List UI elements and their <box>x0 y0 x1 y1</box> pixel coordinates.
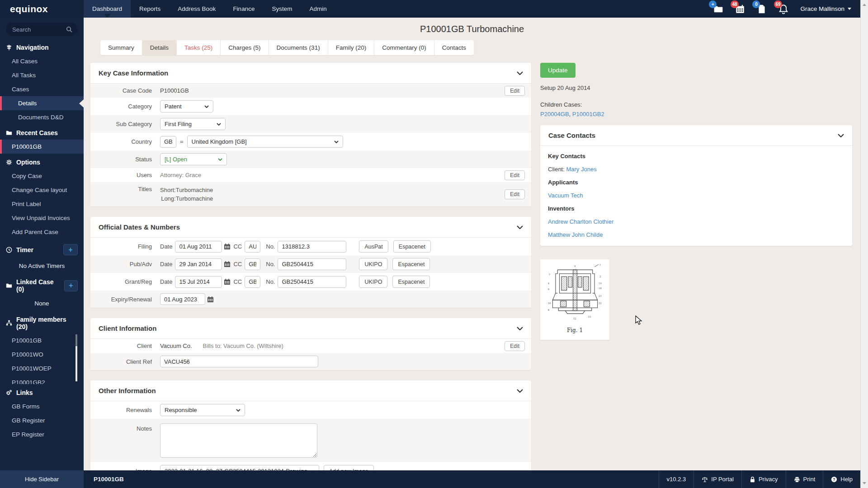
sidebar-item-all-tasks[interactable]: All Tasks <box>0 68 84 82</box>
key-case-information-header[interactable]: Key Case Information <box>90 63 531 84</box>
tab-documents[interactable]: Documents (31) <box>269 40 328 55</box>
sidebar-item-view-unpaid-invoices[interactable]: View Unpaid Invoices <box>0 211 84 225</box>
add-linked-case-button[interactable]: + <box>64 280 78 291</box>
case-contacts-header[interactable]: Case Contacts <box>540 125 852 146</box>
sidebar-item-documents-dnd[interactable]: Documents D&D <box>0 110 84 124</box>
inventor-link[interactable]: Matthew John Childe <box>548 231 603 238</box>
documents-button[interactable]: 0 <box>757 4 767 14</box>
chevron-down-icon[interactable] <box>517 71 523 75</box>
applicant-link[interactable]: Vacuum Tech <box>548 192 583 199</box>
calendar-tasks-button[interactable]: 48 <box>735 4 745 14</box>
filing-number-input[interactable] <box>278 241 346 253</box>
client-information-header[interactable]: Client Information <box>90 318 531 339</box>
ukipo-button[interactable]: UKIPO <box>359 276 387 288</box>
add-timer-button[interactable]: + <box>63 244 78 255</box>
tab-family[interactable]: Family (20) <box>328 40 375 55</box>
chevron-down-icon[interactable] <box>517 389 523 393</box>
espacenet-button[interactable]: Espacenet <box>392 276 430 288</box>
nav-item-reports[interactable]: Reports <box>131 0 169 18</box>
user-menu[interactable]: Grace Mallinson <box>800 5 851 12</box>
filing-date-input[interactable] <box>175 241 222 253</box>
category-select[interactable]: Patent <box>160 100 213 113</box>
new-case-button[interactable]: + <box>713 4 723 14</box>
auspat-button[interactable]: AusPat <box>359 240 388 253</box>
sidebar-item-print-label[interactable]: Print Label <box>0 197 84 211</box>
nav-item-system[interactable]: System <box>263 0 301 18</box>
search-icon[interactable] <box>66 26 72 33</box>
hide-sidebar-button[interactable]: Hide Sidebar <box>0 470 84 488</box>
client-contact-link[interactable]: Mary Jones <box>566 166 596 173</box>
sidebar-item-recent-p10001gb[interactable]: P10001GB <box>0 140 84 154</box>
image-select[interactable]: 2023-01-31 16_08_27-GB2504415-20131024-D… <box>160 465 319 470</box>
calendar-icon[interactable] <box>224 278 231 285</box>
nav-item-address-book[interactable]: Address Book <box>169 0 224 18</box>
inventor-link[interactable]: Andrew Charlton Clothier <box>548 218 613 225</box>
privacy-link[interactable]: Privacy <box>741 470 786 488</box>
tab-charges[interactable]: Charges (5) <box>221 40 269 55</box>
nav-item-admin[interactable]: Admin <box>301 0 335 18</box>
child-case-link[interactable]: P10001GB2 <box>572 111 604 117</box>
help-link[interactable]: ? Help <box>823 470 860 488</box>
family-item[interactable]: P10001GB <box>0 333 84 347</box>
update-button[interactable]: Update <box>540 63 576 78</box>
chevron-down-icon[interactable] <box>517 327 523 330</box>
ip-portal-link[interactable]: IP Portal <box>693 470 741 488</box>
edit-titles-button[interactable]: Edit <box>505 189 525 199</box>
sidebar-item-details[interactable]: Details <box>0 96 84 110</box>
renewals-select[interactable]: Responsible <box>160 404 245 416</box>
grant-cc-input[interactable] <box>245 276 260 288</box>
sidebar-item-change-case-layout[interactable]: Change Case layout <box>0 183 84 197</box>
calendar-icon[interactable] <box>224 261 231 267</box>
nav-item-finance[interactable]: Finance <box>224 0 263 18</box>
expiry-date-input[interactable] <box>160 293 205 305</box>
ukipo-button[interactable]: UKIPO <box>359 258 387 270</box>
scroll-up-arrow[interactable] <box>861 0 868 8</box>
notes-textarea[interactable] <box>160 423 317 458</box>
status-select[interactable]: [L] Open <box>160 153 227 165</box>
tab-summary[interactable]: Summary <box>100 40 142 55</box>
pub-number-input[interactable] <box>278 258 346 270</box>
grant-number-input[interactable] <box>278 276 346 288</box>
nav-item-dashboard[interactable]: Dashboard <box>84 0 131 18</box>
other-information-header[interactable]: Other Information <box>90 380 531 401</box>
sidebar-item-ep-register[interactable]: EP Register <box>0 427 84 441</box>
page-scrollbar[interactable] <box>860 0 868 488</box>
edit-client-button[interactable]: Edit <box>505 341 525 351</box>
official-dates-header[interactable]: Official Dates & Numbers <box>90 217 531 238</box>
family-item[interactable]: P10001WOEP <box>0 361 84 375</box>
grant-date-input[interactable] <box>175 276 222 288</box>
chevron-down-icon[interactable] <box>517 225 523 229</box>
filing-cc-input[interactable] <box>245 241 260 253</box>
family-item[interactable]: P10001WO <box>0 347 84 361</box>
espacenet-button[interactable]: Espacenet <box>392 258 430 270</box>
family-scrollbar-thumb[interactable] <box>75 334 77 346</box>
patent-drawing-thumbnail[interactable]: 179 21918 4623 16228 1210 Fig. 1 <box>540 259 609 340</box>
sidebar-item-gb-forms[interactable]: GB Forms <box>0 399 84 413</box>
sidebar-item-copy-case[interactable]: Copy Case <box>0 169 84 183</box>
country-select[interactable]: United Kingdom [GB] <box>187 136 343 148</box>
espacenet-button[interactable]: Espacenet <box>393 240 431 253</box>
sidebar-item-gb-register[interactable]: GB Register <box>0 413 84 427</box>
chevron-down-icon[interactable] <box>838 134 844 137</box>
client-ref-input[interactable] <box>160 356 318 367</box>
add-new-image-button[interactable]: Add new Image <box>324 465 374 470</box>
family-item[interactable]: P10001GB2 <box>0 375 84 384</box>
calendar-icon[interactable] <box>224 243 231 250</box>
child-case-link[interactable]: P20004GB <box>540 111 569 117</box>
sidebar-item-cases[interactable]: Cases <box>0 82 84 96</box>
sub-category-select[interactable]: First Filing <box>160 118 226 130</box>
pub-date-input[interactable] <box>175 258 222 270</box>
sidebar-item-all-cases[interactable]: All Cases <box>0 54 84 68</box>
tab-commentary[interactable]: Commentary (0) <box>374 40 434 55</box>
tab-contacts[interactable]: Contacts <box>434 40 474 55</box>
country-code-input[interactable] <box>160 136 176 148</box>
notifications-button[interactable]: 69 <box>778 4 788 14</box>
sidebar-item-add-parent-case[interactable]: Add Parent Case <box>0 225 84 239</box>
calendar-icon[interactable] <box>207 296 214 303</box>
print-link[interactable]: Print <box>786 470 823 488</box>
tab-details[interactable]: Details <box>142 40 177 55</box>
edit-case-code-button[interactable]: Edit <box>505 86 525 96</box>
edit-users-button[interactable]: Edit <box>505 170 525 180</box>
pub-cc-input[interactable] <box>245 258 260 270</box>
tab-tasks[interactable]: Tasks (25) <box>177 40 221 55</box>
